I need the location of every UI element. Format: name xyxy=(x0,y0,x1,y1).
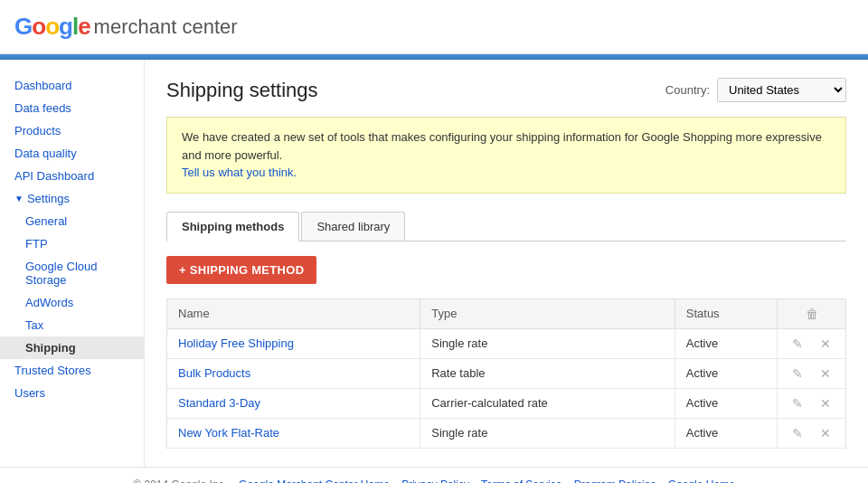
col-header-status: Status xyxy=(675,298,777,328)
delete-icon[interactable]: ✕ xyxy=(816,424,835,442)
sidebar-item-dashboard[interactable]: Dashboard xyxy=(0,74,144,97)
edit-icon[interactable]: ✎ xyxy=(788,424,807,442)
table-row: Bulk Products Rate table Active ✎ ✕ xyxy=(167,358,846,388)
tabs: Shipping methods Shared library xyxy=(166,212,846,242)
delete-icon[interactable]: ✕ xyxy=(816,394,835,412)
footer-link-google-home[interactable]: Google Home xyxy=(668,478,735,484)
row-actions: ✎ ✕ xyxy=(778,328,846,358)
country-label: Country: xyxy=(665,83,710,97)
tab-shared-library[interactable]: Shared library xyxy=(301,212,405,241)
row-name-link[interactable]: New York Flat-Rate xyxy=(178,426,279,440)
footer-link-merchant-center-home[interactable]: Google Merchant Center Home xyxy=(239,478,390,484)
footer-copyright: © 2014 Google Inc. xyxy=(133,478,227,484)
row-name: Holiday Free Shipping xyxy=(167,328,420,358)
add-shipping-method-button[interactable]: + SHIPPING METHOD xyxy=(166,256,316,284)
row-actions: ✎ ✕ xyxy=(778,388,846,418)
tab-shipping-methods[interactable]: Shipping methods xyxy=(166,212,299,242)
row-status: Active xyxy=(675,328,777,358)
sidebar: Dashboard Data feeds Products Data quali… xyxy=(0,60,145,467)
footer: © 2014 Google Inc. – Google Merchant Cen… xyxy=(0,467,868,484)
row-name-link[interactable]: Bulk Products xyxy=(178,366,250,380)
col-header-actions: 🗑 xyxy=(778,298,846,328)
page-title: Shipping settings xyxy=(166,79,318,102)
header: Google merchant center xyxy=(0,0,868,54)
footer-link-privacy-policy[interactable]: Privacy Policy xyxy=(401,478,469,484)
row-actions: ✎ ✕ xyxy=(778,358,846,388)
chevron-down-icon: ▼ xyxy=(14,194,24,204)
shipping-table: Name Type Status 🗑 Holiday Free Shipping… xyxy=(166,298,846,449)
layout: Dashboard Data feeds Products Data quali… xyxy=(0,60,868,467)
delete-icon[interactable]: ✕ xyxy=(816,365,835,383)
sidebar-settings-toggle[interactable]: ▼ Settings xyxy=(0,187,144,210)
col-header-name: Name xyxy=(167,298,420,328)
table-row: Standard 3-Day Carrier-calculated rate A… xyxy=(167,388,846,418)
sidebar-item-users[interactable]: Users xyxy=(0,382,144,404)
logo: Google merchant center xyxy=(14,13,238,41)
row-type: Carrier-calculated rate xyxy=(420,388,675,418)
country-select[interactable]: United States Canada United Kingdom xyxy=(717,78,846,102)
sidebar-item-api-dashboard[interactable]: API Dashboard xyxy=(0,165,144,187)
row-name: New York Flat-Rate xyxy=(167,418,420,448)
page-header: Shipping settings Country: United States… xyxy=(166,78,846,102)
footer-link-program-policies[interactable]: Program Policies xyxy=(574,478,656,484)
sidebar-item-adwords[interactable]: AdWords xyxy=(0,291,144,314)
row-status: Active xyxy=(675,388,777,418)
footer-link-terms-of-service[interactable]: Terms of Service xyxy=(481,478,561,484)
sidebar-settings-label: Settings xyxy=(27,192,70,205)
banner-text: We have created a new set of tools that … xyxy=(182,130,822,162)
row-status: Active xyxy=(675,418,777,448)
row-actions: ✎ ✕ xyxy=(778,418,846,448)
shipping-table-body: Holiday Free Shipping Single rate Active… xyxy=(167,328,846,448)
row-type: Rate table xyxy=(420,358,675,388)
sidebar-item-shipping[interactable]: Shipping xyxy=(0,336,144,359)
info-banner: We have created a new set of tools that … xyxy=(166,117,846,194)
google-logo: Google xyxy=(14,13,90,41)
sidebar-item-data-quality[interactable]: Data quality xyxy=(0,142,144,165)
row-name-link[interactable]: Standard 3-Day xyxy=(178,396,260,410)
trash-icon-header: 🗑 xyxy=(806,307,818,321)
sidebar-item-products[interactable]: Products xyxy=(0,119,144,142)
table-row: New York Flat-Rate Single rate Active ✎ … xyxy=(167,418,846,448)
edit-icon[interactable]: ✎ xyxy=(788,335,807,353)
col-header-type: Type xyxy=(420,298,675,328)
table-row: Holiday Free Shipping Single rate Active… xyxy=(167,328,846,358)
banner-link[interactable]: Tell us what you think. xyxy=(182,166,297,179)
sidebar-item-ftp[interactable]: FTP xyxy=(0,232,144,255)
sidebar-item-trusted-stores[interactable]: Trusted Stores xyxy=(0,359,144,382)
sidebar-item-data-feeds[interactable]: Data feeds xyxy=(0,97,144,119)
edit-icon[interactable]: ✎ xyxy=(788,394,807,412)
row-name-link[interactable]: Holiday Free Shipping xyxy=(178,336,294,350)
row-type: Single rate xyxy=(420,328,675,358)
row-name: Standard 3-Day xyxy=(167,388,420,418)
edit-icon[interactable]: ✎ xyxy=(788,365,807,383)
main-content: Shipping settings Country: United States… xyxy=(145,60,868,467)
merchant-center-title: merchant center xyxy=(94,15,238,39)
country-selector: Country: United States Canada United Kin… xyxy=(665,78,846,102)
delete-icon[interactable]: ✕ xyxy=(816,335,835,353)
sidebar-item-general[interactable]: General xyxy=(0,210,144,232)
row-status: Active xyxy=(675,358,777,388)
row-name: Bulk Products xyxy=(167,358,420,388)
sidebar-item-tax[interactable]: Tax xyxy=(0,314,144,336)
sidebar-item-google-cloud-storage[interactable]: Google Cloud Storage xyxy=(0,255,144,291)
row-type: Single rate xyxy=(420,418,675,448)
